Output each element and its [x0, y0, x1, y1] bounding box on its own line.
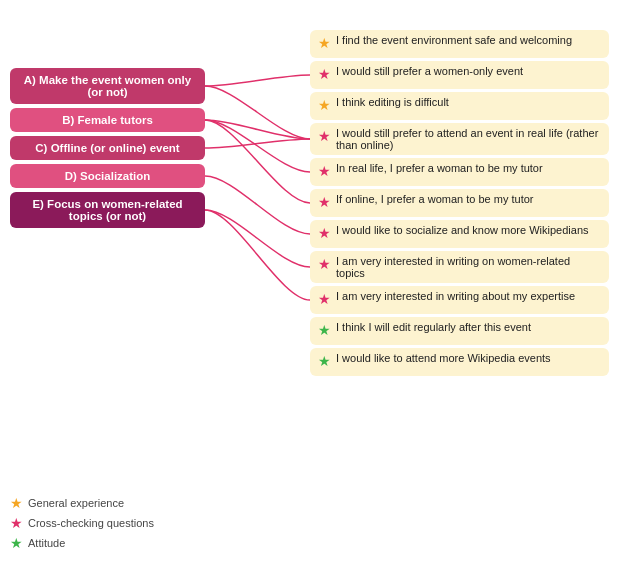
green-star-icon: ★ — [318, 353, 331, 369]
gold-star-icon: ★ — [318, 97, 331, 113]
left-panel: A) Make the event women only (or not)B) … — [10, 60, 205, 232]
pink-star-icon: ★ — [318, 163, 331, 179]
question-text-8: I am very interested in writing about my… — [336, 290, 575, 302]
green-star-icon: ★ — [318, 322, 331, 338]
legend-label-2: Attitude — [28, 537, 65, 549]
legend-label-0: General experience — [28, 497, 124, 509]
gold-star-icon: ★ — [318, 35, 331, 51]
legend-label-1: Cross-checking questions — [28, 517, 154, 529]
category-box-b: B) Female tutors — [10, 108, 205, 132]
question-box-8: ★I am very interested in writing about m… — [310, 286, 609, 314]
main-container: A) Make the event women only (or not)B) … — [0, 0, 617, 566]
pink-star-icon: ★ — [318, 291, 331, 307]
question-text-1: I would still prefer a women-only event — [336, 65, 523, 77]
legend-star-pink: ★ — [10, 515, 23, 531]
category-box-c: C) Offline (or online) event — [10, 136, 205, 160]
legend-item-2: ★Attitude — [10, 534, 154, 551]
right-panel: ★I find the event environment safe and w… — [310, 30, 609, 376]
question-text-6: I would like to socialize and know more … — [336, 224, 589, 236]
legend-star-green: ★ — [10, 535, 23, 551]
question-text-7: I am very interested in writing on women… — [336, 255, 601, 279]
legend: ★General experience★Cross-checking quest… — [10, 494, 154, 551]
pink-star-icon: ★ — [318, 256, 331, 272]
question-text-0: I find the event environment safe and we… — [336, 34, 572, 46]
question-box-1: ★I would still prefer a women-only event — [310, 61, 609, 89]
category-box-a: A) Make the event women only (or not) — [10, 68, 205, 104]
question-box-4: ★In real life, I prefer a woman to be my… — [310, 158, 609, 186]
question-box-9: ★I think I will edit regularly after thi… — [310, 317, 609, 345]
pink-star-icon: ★ — [318, 128, 331, 144]
question-box-3: ★I would still prefer to attend an event… — [310, 123, 609, 155]
legend-star-gold: ★ — [10, 495, 23, 511]
question-text-3: I would still prefer to attend an event … — [336, 127, 601, 151]
question-box-10: ★I would like to attend more Wikipedia e… — [310, 348, 609, 376]
legend-item-1: ★Cross-checking questions — [10, 514, 154, 531]
question-box-6: ★I would like to socialize and know more… — [310, 220, 609, 248]
pink-star-icon: ★ — [318, 66, 331, 82]
categories-container: A) Make the event women only (or not)B) … — [10, 68, 205, 228]
category-box-d: D) Socialization — [10, 164, 205, 188]
pink-star-icon: ★ — [318, 225, 331, 241]
question-box-5: ★If online, I prefer a woman to be my tu… — [310, 189, 609, 217]
pink-star-icon: ★ — [318, 194, 331, 210]
question-text-4: In real life, I prefer a woman to be my … — [336, 162, 543, 174]
question-text-5: If online, I prefer a woman to be my tut… — [336, 193, 533, 205]
category-box-e: E) Focus on women-related topics (or not… — [10, 192, 205, 228]
question-box-7: ★I am very interested in writing on wome… — [310, 251, 609, 283]
question-box-2: ★I think editing is difficult — [310, 92, 609, 120]
question-box-0: ★I find the event environment safe and w… — [310, 30, 609, 58]
legend-item-0: ★General experience — [10, 494, 154, 511]
question-text-2: I think editing is difficult — [336, 96, 449, 108]
question-text-10: I would like to attend more Wikipedia ev… — [336, 352, 551, 364]
question-text-9: I think I will edit regularly after this… — [336, 321, 531, 333]
